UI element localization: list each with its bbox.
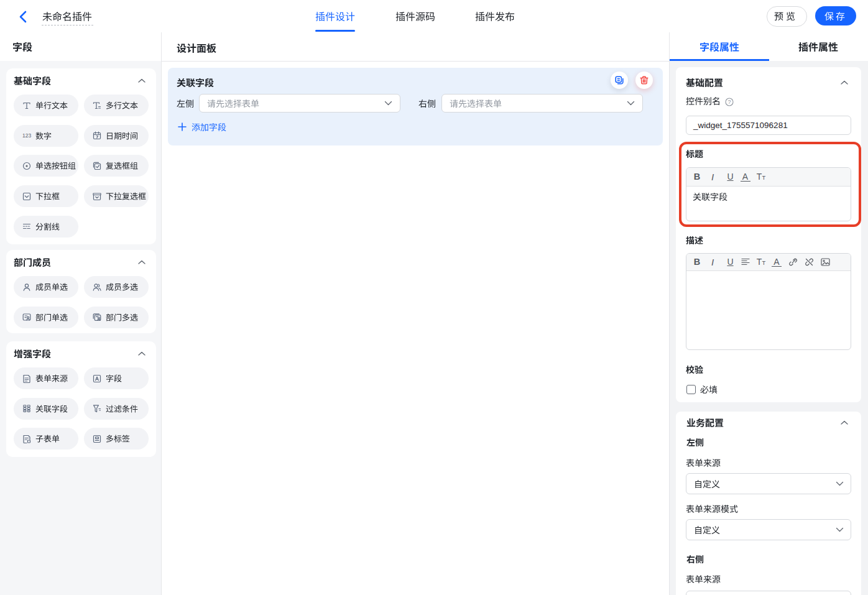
svg-text:?: ? <box>727 99 731 105</box>
svg-text:123: 123 <box>22 132 31 139</box>
